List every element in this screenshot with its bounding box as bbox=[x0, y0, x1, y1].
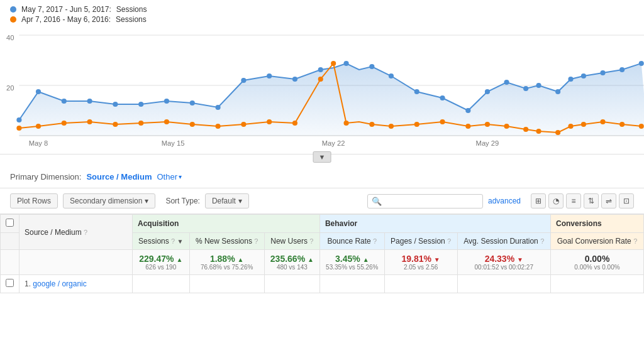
svg-point-49 bbox=[343, 121, 348, 126]
avg-session-duration-header[interactable]: Avg. Session Duration ? bbox=[457, 233, 550, 250]
svg-point-28 bbox=[536, 83, 541, 88]
help-icon-pct-new[interactable]: ? bbox=[254, 237, 258, 245]
legend-date-1: May 7, 2017 - Jun 5, 2017: bbox=[21, 5, 111, 14]
svg-point-52 bbox=[414, 122, 419, 127]
svg-point-51 bbox=[389, 124, 394, 129]
pivot-view-icon[interactable]: ⇌ bbox=[601, 193, 616, 208]
svg-point-63 bbox=[619, 122, 625, 127]
svg-text:May 29: May 29 bbox=[476, 139, 499, 147]
bounce-rate-header[interactable]: Bounce Rate ? bbox=[319, 233, 384, 250]
svg-point-20 bbox=[369, 64, 374, 69]
svg-point-29 bbox=[555, 89, 560, 94]
svg-point-33 bbox=[619, 67, 625, 72]
legend-metric-1: Sessions bbox=[116, 5, 147, 14]
up-arrow-pct-new bbox=[238, 254, 244, 264]
sort-down-icon[interactable]: ▼ bbox=[177, 238, 184, 245]
source-link[interactable]: google / organic bbox=[33, 279, 86, 288]
svg-point-60 bbox=[568, 124, 573, 129]
svg-point-58 bbox=[536, 129, 541, 134]
help-icon-sessions[interactable]: ? bbox=[171, 237, 175, 245]
help-icon-pages[interactable]: ? bbox=[447, 237, 451, 245]
custom-view-icon[interactable]: ⊡ bbox=[619, 193, 634, 208]
pct-new-sessions-header[interactable]: % New Sessions ? bbox=[189, 233, 264, 250]
chevron-down-icon: ▾ bbox=[179, 173, 182, 180]
svg-point-23 bbox=[440, 95, 445, 100]
totals-label-cell bbox=[19, 250, 133, 275]
svg-point-64 bbox=[639, 124, 644, 129]
svg-point-18 bbox=[318, 67, 323, 72]
sort-type-label: Sort Type: bbox=[165, 197, 199, 205]
svg-point-12 bbox=[164, 99, 169, 104]
table-row: 1. google / organic bbox=[1, 275, 644, 293]
goal-conv-rate-header[interactable]: Goal Conversion Rate ? bbox=[550, 233, 643, 250]
row-new-users-cell bbox=[264, 275, 319, 293]
svg-point-10 bbox=[113, 102, 118, 107]
other-link[interactable]: Other ▾ bbox=[157, 172, 182, 181]
search-box[interactable]: 🔍 bbox=[367, 194, 483, 208]
help-icon-goal[interactable]: ? bbox=[633, 237, 637, 245]
empty-header bbox=[1, 233, 19, 250]
search-input[interactable] bbox=[384, 197, 479, 205]
comparison-view-icon[interactable]: ⇅ bbox=[584, 193, 599, 208]
svg-point-8 bbox=[62, 99, 67, 104]
svg-point-17 bbox=[292, 77, 297, 82]
svg-text:May 15: May 15 bbox=[162, 139, 185, 147]
sessions-header[interactable]: Sessions ? ▼ bbox=[133, 233, 190, 250]
totals-goal-conv: 0.00% 0.00% vs 0.00% bbox=[550, 250, 643, 275]
checkbox-all[interactable] bbox=[6, 219, 14, 227]
grid-view-icon[interactable]: ⊞ bbox=[531, 193, 546, 208]
secondary-dimension-dropdown[interactable]: Secondary dimension ▾ bbox=[63, 193, 155, 208]
svg-point-30 bbox=[568, 77, 573, 82]
new-users-header[interactable]: New Users ? bbox=[264, 233, 319, 250]
up-arrow-sessions bbox=[176, 254, 182, 264]
plot-rows-button[interactable]: Plot Rows bbox=[10, 193, 58, 208]
svg-point-13 bbox=[190, 100, 195, 106]
svg-point-14 bbox=[215, 105, 220, 110]
svg-point-16 bbox=[267, 73, 272, 78]
svg-point-59 bbox=[555, 130, 560, 135]
data-table: Source / Medium ? Acquisition Behavior C… bbox=[0, 214, 644, 293]
table-toolbar: Plot Rows Secondary dimension ▾ Sort Typ… bbox=[0, 188, 644, 214]
svg-point-19 bbox=[343, 61, 348, 66]
svg-point-26 bbox=[504, 80, 509, 85]
chevron-down-icon: ▾ bbox=[145, 197, 148, 205]
chart-toggle[interactable]: ▼ bbox=[313, 151, 331, 163]
totals-row: 229.47% 626 vs 190 1.88% 76.68% vs 75.26… bbox=[1, 250, 644, 275]
up-arrow-new-users bbox=[308, 254, 314, 264]
row-checkbox[interactable] bbox=[6, 279, 14, 287]
legend-row-1: May 7, 2017 - Jun 5, 2017: Sessions bbox=[10, 5, 634, 14]
advanced-link[interactable]: advanced bbox=[488, 197, 521, 205]
help-icon-avg-dur[interactable]: ? bbox=[540, 237, 544, 245]
totals-new-users: 235.66% 480 vs 143 bbox=[264, 250, 319, 275]
totals-pages: 19.81% 2.05 vs 2.56 bbox=[384, 250, 457, 275]
pie-view-icon[interactable]: ◔ bbox=[548, 193, 564, 208]
primary-dim-value[interactable]: Source / Medium bbox=[86, 172, 152, 181]
row-goal-conv-cell bbox=[550, 275, 643, 293]
legend-dot-blue bbox=[10, 6, 16, 13]
select-all-checkbox[interactable] bbox=[1, 215, 19, 233]
totals-sessions: 229.47% 626 vs 190 bbox=[133, 250, 190, 275]
help-icon[interactable]: ? bbox=[84, 229, 87, 236]
svg-point-44 bbox=[241, 122, 246, 127]
row-checkbox-cell[interactable] bbox=[1, 275, 19, 293]
down-arrow-pages bbox=[434, 254, 440, 264]
primary-dimension-bar: Primary Dimension: Source / Medium Other… bbox=[0, 166, 644, 188]
help-icon-new-users[interactable]: ? bbox=[309, 237, 313, 245]
acquisition-group-header: Acquisition bbox=[133, 215, 320, 233]
conversions-group-header: Conversions bbox=[550, 215, 643, 233]
svg-point-32 bbox=[600, 70, 605, 75]
chevron-down-icon: ▾ bbox=[238, 197, 242, 205]
svg-point-37 bbox=[62, 121, 67, 126]
svg-point-31 bbox=[581, 73, 586, 78]
source-medium-header: Source / Medium ? bbox=[19, 215, 133, 250]
pages-session-header[interactable]: Pages / Session ? bbox=[384, 233, 457, 250]
behavior-group-header: Behavior bbox=[319, 215, 550, 233]
svg-point-45 bbox=[267, 119, 272, 124]
search-icon: 🔍 bbox=[372, 197, 382, 206]
totals-checkbox-cell bbox=[1, 250, 19, 275]
sort-type-dropdown[interactable]: Default ▾ bbox=[205, 193, 249, 208]
svg-point-36 bbox=[36, 124, 41, 129]
help-icon-bounce[interactable]: ? bbox=[373, 237, 377, 245]
list-view-icon[interactable]: ≡ bbox=[566, 193, 581, 208]
legend-date-2: Apr 7, 2016 - May 6, 2016: bbox=[21, 15, 111, 24]
